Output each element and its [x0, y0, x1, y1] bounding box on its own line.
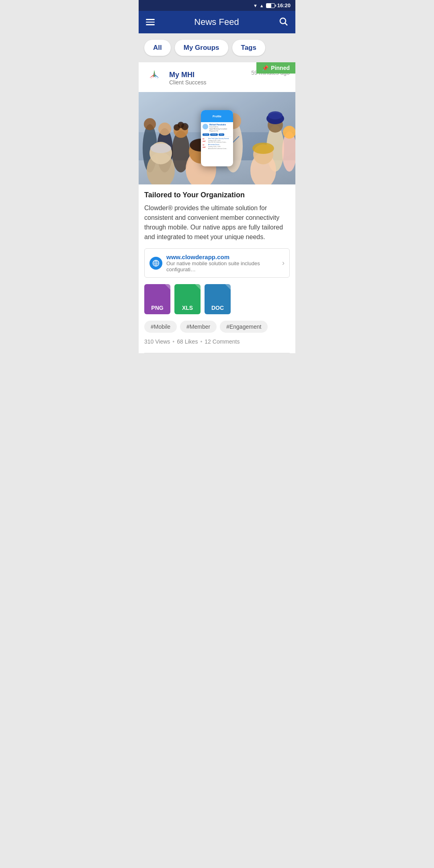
pin-icon: 📌: [262, 65, 268, 71]
svg-point-12: [158, 123, 171, 135]
app-header: News Feed: [139, 11, 295, 33]
file-label-xls: XLS: [182, 305, 193, 311]
svg-point-17: [178, 122, 184, 128]
header-title: News Feed: [194, 17, 239, 27]
stat-dot-2: •: [200, 338, 202, 345]
phone-mockup: Profile Michael Paraskakis Coca-Cola Inc…: [201, 110, 233, 166]
link-chevron-icon: ›: [282, 259, 285, 267]
stat-dot-1: •: [172, 338, 174, 345]
battery-fill: [266, 4, 271, 8]
tag-engagement[interactable]: #Engagement: [220, 321, 268, 333]
search-icon: [278, 16, 288, 26]
svg-marker-3: [150, 76, 154, 79]
svg-line-1: [285, 23, 288, 26]
tag-mobile[interactable]: #Mobile: [144, 321, 177, 333]
post-title: Tailored to Your Organization: [144, 191, 290, 199]
status-icons: [253, 2, 275, 8]
link-description: Our native mobile solution suite include…: [166, 260, 278, 272]
post-text: Clowder® provides the ultimate solution …: [144, 203, 290, 242]
tags-row: #Mobile #Member #Engagement: [144, 321, 290, 333]
attachment-xls[interactable]: XLS: [174, 284, 201, 314]
tab-tags[interactable]: Tags: [232, 40, 265, 56]
link-preview[interactable]: www.clowderapp.com Our native mobile sol…: [144, 248, 290, 278]
search-button[interactable]: [278, 16, 288, 28]
post-meta: My MHI Client Success: [169, 71, 246, 86]
filter-tabs: All My Groups Tags: [139, 33, 295, 62]
tab-my-groups[interactable]: My Groups: [175, 40, 228, 56]
battery-icon: [266, 3, 275, 8]
link-url: www.clowderapp.com: [166, 254, 278, 260]
svg-point-5: [154, 73, 155, 75]
post-stats: 310 Views • 68 Likes • 12 Comments: [144, 338, 290, 346]
attachments: PNG XLS DOC: [144, 284, 290, 314]
svg-point-0: [280, 18, 286, 24]
views-count: 310 Views: [144, 338, 170, 345]
svg-point-28: [150, 143, 171, 153]
status-time: 16:20: [277, 2, 291, 8]
likes-count: 68 Likes: [177, 338, 198, 345]
post-divider: [144, 353, 290, 353]
attachment-doc[interactable]: DOC: [205, 284, 231, 314]
post-body: Tailored to Your Organization Clowder® p…: [139, 184, 295, 353]
group-logo: [144, 68, 164, 88]
status-bar: 16:20: [139, 0, 295, 11]
tab-all[interactable]: All: [144, 40, 171, 56]
link-content: www.clowderapp.com Our native mobile sol…: [166, 254, 278, 272]
comments-count: 12 Comments: [205, 338, 240, 345]
pinned-badge: 📌 Pinned: [256, 62, 295, 74]
attachment-png[interactable]: PNG: [144, 284, 170, 314]
avatar: [144, 68, 164, 88]
svg-point-23: [268, 111, 283, 119]
svg-point-25: [283, 126, 295, 139]
tag-member[interactable]: #Member: [180, 321, 217, 333]
svg-point-34: [252, 143, 274, 154]
svg-marker-4: [154, 76, 158, 79]
signal-icon: [260, 2, 264, 8]
file-label-png: PNG: [151, 305, 163, 311]
link-icon: [149, 257, 162, 270]
wifi-icon: [253, 2, 258, 8]
svg-point-10: [144, 118, 156, 130]
menu-button[interactable]: [146, 19, 155, 25]
phone-header: Profile: [201, 110, 233, 122]
post-group-name: My MHI: [169, 71, 246, 79]
post-subgroup: Client Success: [169, 79, 246, 86]
phone-body: Michael Paraskakis Coca-Cola Inc. Digita…: [201, 122, 233, 151]
post-image: Profile Michael Paraskakis Coca-Cola Inc…: [139, 92, 295, 184]
file-label-doc: DOC: [211, 305, 224, 311]
globe-icon: [152, 260, 160, 267]
post-card: 📌 Pinned: [139, 62, 295, 353]
